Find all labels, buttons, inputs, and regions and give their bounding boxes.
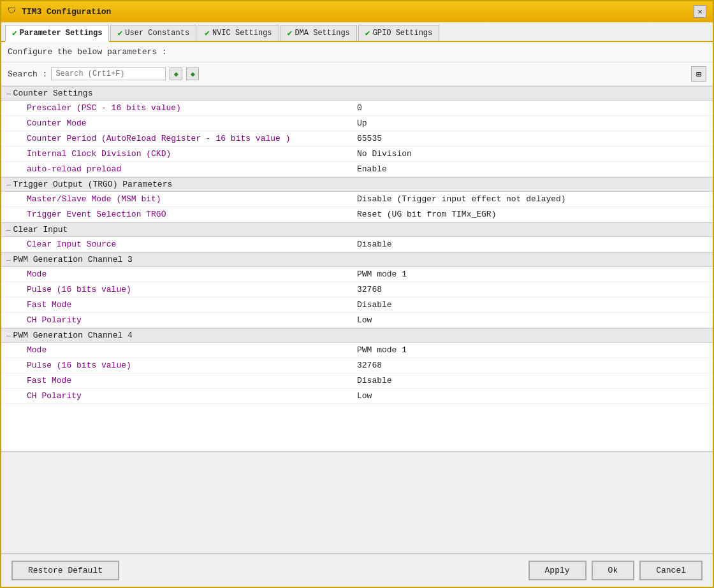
tab-dma-settings[interactable]: ✔ DMA Settings	[280, 25, 357, 41]
tab-nvic-settings[interactable]: ✔ NVIC Settings	[198, 25, 279, 41]
param-name-clear-input-source: Clear Input Source	[1, 238, 352, 250]
table-row: Clear Input Source Disable	[1, 237, 713, 252]
section-pwm-ch3: — PWM Generation Channel 3	[1, 252, 713, 267]
param-name-trgo: Trigger Event Selection TRGO	[1, 208, 352, 220]
window-icon: 🛡	[8, 6, 18, 17]
ok-button[interactable]: Ok	[592, 561, 635, 580]
collapse-pwm-ch3[interactable]: —	[6, 256, 11, 264]
table-row: Fast Mode Disable	[1, 298, 713, 313]
table-row: Internal Clock Division (CKD) No Divisio…	[1, 147, 713, 162]
param-name-ch4-mode: Mode	[1, 344, 352, 356]
param-name-ch3-mode: Mode	[1, 268, 352, 280]
collapse-counter-settings[interactable]: —	[6, 90, 11, 97]
param-value-ch4-mode: PWM mode 1	[352, 344, 713, 356]
cancel-button[interactable]: Cancel	[639, 561, 703, 580]
table-row: CH Polarity Low	[1, 313, 713, 328]
param-value-clear-input-source: Disable	[352, 238, 713, 250]
param-value-ch4-polarity: Low	[352, 390, 713, 402]
tab-gpio-settings-label: GPIO Settings	[373, 29, 433, 38]
param-value-clock-division: No Division	[352, 148, 713, 160]
collapse-trigger-output[interactable]: —	[6, 181, 11, 189]
collapse-clear-input[interactable]: —	[6, 226, 11, 234]
param-name-prescaler: Prescaler (PSC - 16 bits value)	[1, 102, 352, 114]
param-value-ch3-fast-mode: Disable	[352, 299, 713, 311]
section-pwm-ch4-label: PWM Generation Channel 4	[13, 331, 133, 340]
diamond-prev-icon: ◆	[174, 69, 178, 79]
tab-nvic-settings-label: NVIC Settings	[212, 29, 272, 38]
table-row: Trigger Event Selection TRGO Reset (UG b…	[1, 207, 713, 222]
section-trigger-output: — Trigger Output (TRGO) Parameters	[1, 177, 713, 192]
table-row: Mode PWM mode 1	[1, 343, 713, 358]
param-value-auto-reload: Enable	[352, 163, 713, 175]
window-title: TIM3 Configuration	[22, 7, 111, 17]
content-area: Configure the below parameters : Search …	[1, 42, 713, 553]
section-pwm-ch3-label: PWM Generation Channel 3	[13, 255, 133, 264]
restore-default-button[interactable]: Restore Default	[11, 561, 119, 580]
param-value-counter-period: 65535	[352, 133, 713, 145]
param-name-ch4-pulse: Pulse (16 bits value)	[1, 359, 352, 371]
table-row: auto-reload preload Enable	[1, 162, 713, 177]
table-row: Pulse (16 bits value) 32768	[1, 358, 713, 373]
param-name-ch4-fast-mode: Fast Mode	[1, 375, 352, 387]
table-row: Prescaler (PSC - 16 bits value) 0	[1, 101, 713, 116]
param-name-ch3-polarity: CH Polarity	[1, 314, 352, 326]
action-buttons: Apply Ok Cancel	[528, 561, 703, 580]
tab-parameter-settings[interactable]: ✔ Parameter Settings	[5, 25, 109, 42]
table-row: Counter Mode Up	[1, 116, 713, 131]
param-name-ch4-polarity: CH Polarity	[1, 390, 352, 402]
close-button[interactable]: ✕	[694, 5, 706, 18]
tab-parameter-settings-label: Parameter Settings	[20, 29, 103, 38]
param-name-auto-reload: auto-reload preload	[1, 163, 352, 175]
search-label: Search :	[8, 69, 47, 79]
param-value-ch3-mode: PWM mode 1	[352, 268, 713, 280]
param-value-ch3-polarity: Low	[352, 314, 713, 326]
param-value-counter-mode: Up	[352, 117, 713, 129]
param-value-ch4-fast-mode: Disable	[352, 375, 713, 387]
tab-user-constants-label: User Constants	[125, 29, 189, 38]
check-icon-dma: ✔	[288, 28, 293, 38]
section-clear-input: — Clear Input	[1, 222, 713, 237]
param-name-clock-division: Internal Clock Division (CKD)	[1, 148, 352, 160]
main-window: 🛡 TIM3 Configuration ✕ ✔ Parameter Setti…	[0, 0, 714, 588]
table-row: Pulse (16 bits value) 32768	[1, 282, 713, 298]
param-name-ch3-pulse: Pulse (16 bits value)	[1, 283, 352, 296]
apply-button[interactable]: Apply	[528, 561, 586, 580]
grid-view-button[interactable]: ⊞	[691, 66, 706, 82]
table-row: CH Polarity Low	[1, 389, 713, 404]
section-clear-input-label: Clear Input	[13, 225, 68, 234]
tab-dma-settings-label: DMA Settings	[295, 29, 349, 38]
tab-user-constants[interactable]: ✔ User Constants	[110, 25, 196, 41]
toolbar: Search : ◆ ◆ ⊞	[1, 62, 713, 86]
title-bar: 🛡 TIM3 Configuration ✕	[1, 1, 713, 22]
collapse-pwm-ch4[interactable]: —	[6, 332, 11, 340]
section-trigger-output-label: Trigger Output (TRGO) Parameters	[13, 180, 173, 189]
prev-nav-button[interactable]: ◆	[170, 68, 182, 80]
check-icon-nvic: ✔	[205, 28, 210, 38]
tab-gpio-settings[interactable]: ✔ GPIO Settings	[358, 25, 439, 41]
title-bar-left: 🛡 TIM3 Configuration	[8, 6, 111, 17]
check-icon-parameter: ✔	[12, 28, 17, 38]
param-value-prescaler: 0	[352, 102, 713, 114]
next-nav-button[interactable]: ◆	[186, 68, 199, 80]
table-row: Fast Mode Disable	[1, 373, 713, 389]
search-input[interactable]	[51, 68, 166, 80]
grid-icon: ⊞	[696, 69, 701, 80]
section-counter-settings: — Counter Settings	[1, 86, 713, 101]
check-icon-gpio: ✔	[365, 28, 370, 38]
bottom-bar: Restore Default Apply Ok Cancel	[1, 553, 713, 587]
table-row: Master/Slave Mode (MSM bit) Disable (Tri…	[1, 192, 713, 207]
section-counter-settings-label: Counter Settings	[13, 89, 93, 98]
param-value-trgo: Reset (UG bit from TIMx_EGR)	[352, 208, 713, 220]
param-value-msm: Disable (Trigger input effect not delaye…	[352, 193, 713, 205]
param-name-msm: Master/Slave Mode (MSM bit)	[1, 193, 352, 205]
lower-panel	[1, 451, 713, 553]
table-row: Counter Period (AutoReload Register - 16…	[1, 131, 713, 147]
param-name-counter-period: Counter Period (AutoReload Register - 16…	[1, 133, 352, 145]
param-name-counter-mode: Counter Mode	[1, 117, 352, 129]
table-row: Mode PWM mode 1	[1, 267, 713, 282]
diamond-next-icon: ◆	[191, 69, 195, 79]
param-value-ch4-pulse: 32768	[352, 359, 713, 371]
param-value-ch3-pulse: 32768	[352, 283, 713, 296]
section-pwm-ch4: — PWM Generation Channel 4	[1, 328, 713, 343]
tab-bar: ✔ Parameter Settings ✔ User Constants ✔ …	[1, 22, 713, 42]
